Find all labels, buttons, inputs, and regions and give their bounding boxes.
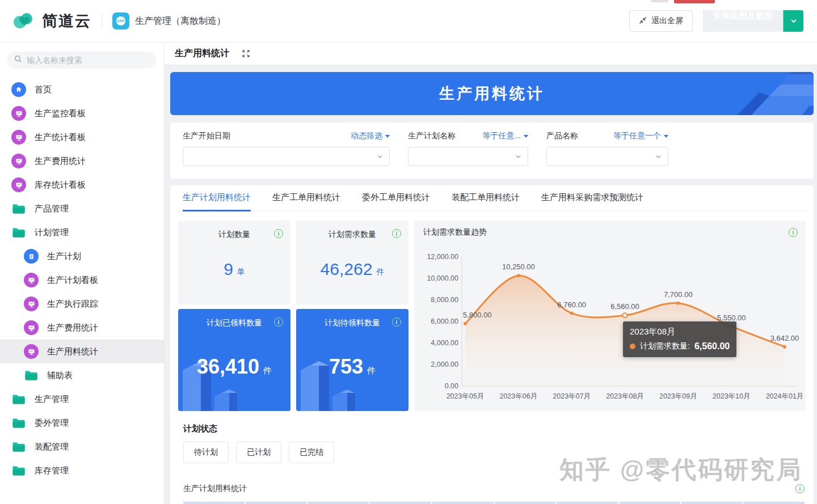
banner-title: 生产用料统计 bbox=[439, 83, 545, 104]
sidebar-item-home[interactable]: 首页 bbox=[0, 78, 164, 101]
folder-icon bbox=[11, 392, 26, 406]
plan-status-option-1[interactable]: 待计划 bbox=[183, 442, 229, 463]
table-header-cell bbox=[308, 502, 369, 504]
svg-text:2024年01月: 2024年01月 bbox=[766, 392, 804, 400]
sidebar-item-plan-management[interactable]: 计划管理 bbox=[0, 221, 164, 244]
install-dropdown-toggle[interactable] bbox=[783, 10, 803, 32]
caret-down-icon bbox=[385, 135, 390, 138]
tab-1[interactable]: 生产计划用料统计 bbox=[183, 185, 251, 211]
chevron-down-icon bbox=[376, 153, 384, 160]
top-edge-red-artifact bbox=[674, 0, 715, 3]
exit-fullscreen-button[interactable]: 退出全屏 bbox=[629, 10, 693, 32]
info-icon[interactable]: i bbox=[392, 229, 401, 238]
svg-text:12,000.00: 12,000.00 bbox=[427, 253, 458, 261]
sidebar-item-production-stats-board[interactable]: 生产统计看板 bbox=[0, 125, 164, 149]
sidebar-item-inventory-stats-board[interactable]: 库存统计看板 bbox=[0, 173, 164, 197]
home-icon bbox=[11, 82, 26, 97]
date-filter-select[interactable] bbox=[183, 147, 390, 166]
info-icon[interactable]: i bbox=[274, 229, 283, 238]
board-icon bbox=[24, 273, 39, 287]
sidebar-item-production-plan[interactable]: 生产计划 bbox=[0, 244, 164, 268]
stat-card-value: 753件 bbox=[329, 328, 376, 411]
info-icon[interactable]: i bbox=[392, 317, 401, 327]
sidebar-item-label: 计划管理 bbox=[35, 227, 69, 238]
tab-4[interactable]: 装配工单用料统计 bbox=[452, 185, 520, 211]
sidebar-search[interactable] bbox=[7, 52, 156, 69]
svg-text:2023年06月: 2023年06月 bbox=[499, 392, 537, 400]
sidebar-item-label: 生产监控看板 bbox=[35, 108, 86, 119]
stat-card-title: 计划数量 bbox=[218, 230, 250, 240]
info-icon[interactable]: i bbox=[795, 484, 805, 493]
folder-icon bbox=[11, 225, 26, 240]
table-header-cell bbox=[183, 502, 245, 504]
svg-text:2,000.00: 2,000.00 bbox=[431, 361, 458, 369]
filter-label: 生产计划名称 bbox=[408, 131, 456, 141]
tab-5[interactable]: 生产用料采购需求预测统计 bbox=[541, 185, 643, 211]
sidebar-item-product-management[interactable]: 产品管理 bbox=[0, 197, 164, 221]
current-app[interactable]: ERP 生产管理（离散制造） bbox=[112, 12, 226, 29]
filter-plan-name: 生产计划名称 等于任意... bbox=[408, 131, 528, 166]
svg-text:7,700.00: 7,700.00 bbox=[664, 290, 693, 299]
expand-fullscreen-icon[interactable] bbox=[242, 49, 250, 58]
sidebar-item-label: 产品管理 bbox=[35, 204, 69, 214]
filter-operator-link[interactable]: 等于任意一个 bbox=[613, 131, 668, 141]
install-app-button[interactable]: 安装应用及数据 bbox=[703, 10, 803, 32]
sidebar-item-label: 生产计划看板 bbox=[47, 275, 98, 286]
svg-text:5,550.00: 5,550.00 bbox=[717, 314, 746, 322]
sidebar-item-production-monitor-board[interactable]: 生产监控看板 bbox=[0, 101, 164, 125]
svg-text:5,800.00: 5,800.00 bbox=[463, 311, 492, 319]
sidebar-item-production-execution-tracking[interactable]: 生产执行跟踪 bbox=[0, 292, 164, 316]
tooltip-title: 2023年08月 bbox=[630, 327, 730, 337]
search-input[interactable] bbox=[27, 56, 140, 65]
trend-chart-svg[interactable]: 0.002,000.004,000.006,000.008,000.0010,0… bbox=[414, 239, 806, 404]
svg-text:6,560.00: 6,560.00 bbox=[610, 302, 639, 311]
sidebar-nav: 首页生产监控看板生产统计看板生产费用统计库存统计看板产品管理计划管理生产计划生产… bbox=[0, 78, 164, 482]
sidebar-item-outsourcing-management[interactable]: 委外管理 bbox=[0, 411, 164, 435]
sidebar-item-production-material-stats[interactable]: 生产用料统计 bbox=[0, 340, 164, 363]
stat-card-value: 36,410件 bbox=[197, 328, 272, 411]
tab-3[interactable]: 委外工单用料统计 bbox=[362, 185, 430, 211]
jiandaoyun-logo-icon bbox=[12, 10, 36, 32]
svg-text:3,642.00: 3,642.00 bbox=[770, 334, 799, 342]
plan-status-label: 计划状态 bbox=[183, 423, 806, 434]
info-icon[interactable]: i bbox=[274, 317, 283, 327]
stat-card-value: 46,262件 bbox=[321, 240, 385, 304]
info-icon[interactable]: i bbox=[789, 228, 798, 237]
sidebar-item-label: 生产用料统计 bbox=[47, 346, 98, 357]
table-header-cell bbox=[557, 502, 618, 504]
sidebar-item-auxiliary-table[interactable]: 辅助表 bbox=[0, 363, 164, 387]
chart-tooltip: 2023年08月 计划需求数量:6,560.00 bbox=[623, 321, 736, 357]
topbar-divider bbox=[102, 14, 102, 28]
filter-product-name: 产品名称 等于任意一个 bbox=[546, 131, 668, 166]
svg-text:10,000.00: 10,000.00 bbox=[427, 274, 458, 282]
filter-operator-link[interactable]: 等于任意... bbox=[482, 131, 528, 141]
product-name-filter-select[interactable] bbox=[546, 147, 668, 166]
search-icon bbox=[14, 55, 22, 65]
page-header: 生产用料统计 bbox=[165, 43, 817, 65]
sidebar-item-production-management[interactable]: 生产管理 bbox=[0, 387, 164, 411]
sidebar-item-production-plan-board[interactable]: 生产计划看板 bbox=[0, 268, 164, 292]
topbar: 简道云 ERP 生产管理（离散制造） 退出全屏 安装应用及数据 bbox=[0, 0, 817, 43]
svg-text:0.00: 0.00 bbox=[445, 382, 458, 390]
table-header-cell bbox=[432, 502, 494, 504]
caret-down-icon bbox=[664, 135, 668, 138]
tab-2[interactable]: 生产工单用料统计 bbox=[272, 185, 340, 211]
sidebar-item-production-cost-stats-sub[interactable]: 生产费用统计 bbox=[0, 316, 164, 340]
sidebar-item-inventory-management[interactable]: 库存管理 bbox=[0, 459, 164, 482]
bottom-table-title: 生产计划用料统计 bbox=[183, 484, 247, 494]
filter-label: 产品名称 bbox=[546, 131, 578, 141]
logo-text: 简道云 bbox=[42, 11, 91, 31]
plan-name-filter-select[interactable] bbox=[408, 147, 528, 166]
plan-status-option-3[interactable]: 已完结 bbox=[289, 442, 334, 463]
table-header-row bbox=[183, 502, 805, 504]
chevron-down-icon bbox=[655, 153, 662, 160]
jiandaoyun-logo[interactable]: 简道云 bbox=[12, 10, 91, 32]
sidebar-item-label: 生产统计看板 bbox=[35, 132, 86, 143]
sidebar: 首页生产监控看板生产统计看板生产费用统计库存统计看板产品管理计划管理生产计划生产… bbox=[0, 43, 165, 504]
tooltip-value: 6,560.00 bbox=[694, 341, 730, 351]
stat-cards: 计划数量i9单计划需求数量i46,262件计划已领料数量i36,410件计划待领… bbox=[178, 221, 408, 411]
filter-operator-link[interactable]: 动态筛选 bbox=[351, 131, 390, 141]
sidebar-item-production-cost-stats[interactable]: 生产费用统计 bbox=[0, 149, 164, 173]
plan-status-option-2[interactable]: 已计划 bbox=[236, 442, 281, 463]
sidebar-item-assembly-management[interactable]: 装配管理 bbox=[0, 435, 164, 459]
